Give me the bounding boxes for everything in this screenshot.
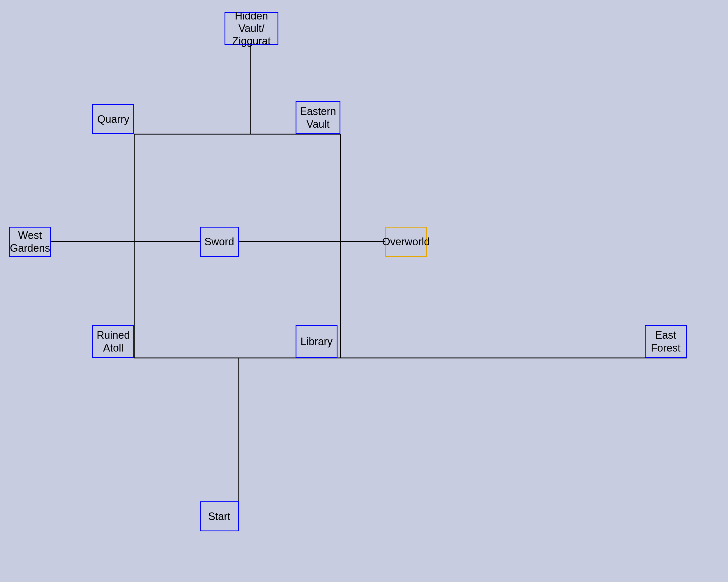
node-ruined-atoll-label: Ruined Atoll [96, 329, 130, 354]
node-eastern-vault[interactable]: Eastern Vault [295, 101, 340, 134]
node-library-label: Library [301, 335, 333, 348]
node-sword[interactable]: Sword [200, 227, 239, 257]
node-west-gardens[interactable]: West Gardens [9, 227, 51, 257]
node-east-forest[interactable]: East Forest [645, 325, 687, 358]
node-west-gardens-label: West Gardens [10, 229, 50, 254]
node-quarry[interactable]: Quarry [92, 104, 134, 134]
node-library[interactable]: Library [295, 325, 338, 358]
node-sword-label: Sword [204, 235, 234, 248]
node-start[interactable]: Start [200, 501, 239, 531]
node-overworld-label: Overworld [382, 235, 430, 248]
node-quarry-label: Quarry [97, 113, 129, 126]
node-east-forest-label: East Forest [649, 329, 683, 354]
node-overworld[interactable]: Overworld [385, 227, 427, 257]
node-ruined-atoll[interactable]: Ruined Atoll [92, 325, 134, 358]
node-eastern-vault-label: Eastern Vault [300, 105, 337, 130]
connection-lines [0, 0, 728, 582]
node-start-label: Start [208, 510, 230, 523]
node-hidden-vault[interactable]: Hidden Vault/ Ziggurat [225, 12, 278, 45]
node-hidden-vault-label: Hidden Vault/ Ziggurat [228, 9, 275, 48]
